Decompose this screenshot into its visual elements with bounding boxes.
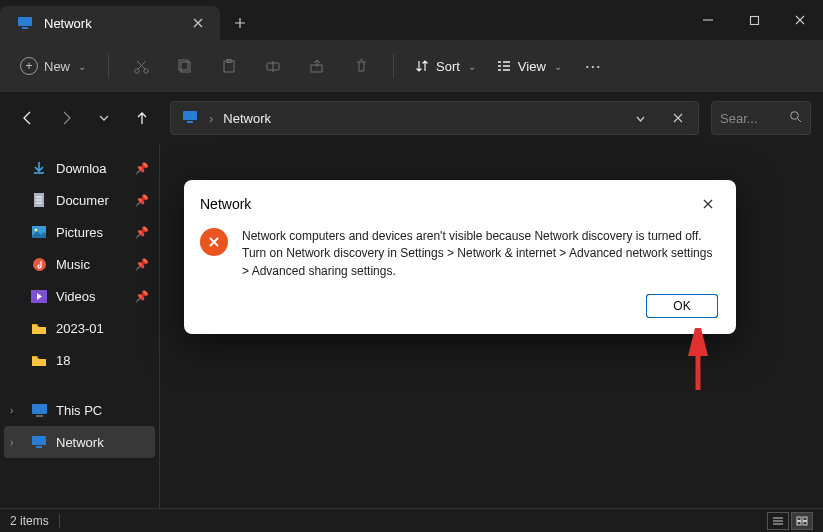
pin-icon: 📌 [135, 258, 149, 271]
toolbar: + New ⌄ Sort ⌄ View ⌄ ··· [0, 40, 823, 92]
paste-button[interactable] [209, 48, 249, 84]
sort-icon [414, 58, 430, 74]
maximize-button[interactable] [731, 0, 777, 40]
svg-rect-2 [750, 16, 758, 24]
pictures-icon [30, 225, 48, 239]
chevron-right-icon: › [209, 111, 213, 126]
large-icons-view-button[interactable] [791, 512, 813, 530]
details-view-button[interactable] [767, 512, 789, 530]
network-icon [181, 108, 199, 129]
dialog-footer: OK [184, 294, 736, 318]
status-text: 2 items [10, 514, 49, 528]
ok-button[interactable]: OK [646, 294, 718, 318]
sidebar-item-label: Downloa [56, 161, 107, 176]
back-button[interactable] [12, 102, 44, 134]
svg-point-4 [143, 68, 147, 72]
tab-title: Network [44, 16, 180, 31]
main-area: Downloa 📌 Documer 📌 Pictures 📌 Music 📌 V… [0, 144, 823, 508]
sidebar-item-pictures[interactable]: Pictures 📌 [4, 216, 155, 248]
chevron-down-icon: ⌄ [554, 61, 562, 72]
up-button[interactable] [126, 102, 158, 134]
separator [108, 54, 109, 78]
folder-icon [30, 354, 48, 367]
chevron-right-icon[interactable]: › [10, 437, 22, 448]
chevron-down-icon: ⌄ [468, 61, 476, 72]
search-input[interactable]: Sear... [711, 101, 811, 135]
svg-rect-19 [32, 404, 47, 414]
svg-rect-20 [36, 415, 43, 417]
sidebar: Downloa 📌 Documer 📌 Pictures 📌 Music 📌 V… [0, 144, 160, 508]
view-icon [496, 58, 512, 74]
refresh-button[interactable] [664, 104, 692, 132]
svg-rect-27 [803, 521, 807, 525]
share-button[interactable] [297, 48, 337, 84]
dialog-body: Network computers and devices aren't vis… [184, 224, 736, 294]
titlebar: Network [0, 0, 823, 40]
titlebar-spacer [260, 0, 685, 40]
svg-rect-0 [18, 17, 32, 26]
svg-rect-1 [22, 27, 28, 29]
separator [59, 514, 60, 528]
sort-button[interactable]: Sort ⌄ [406, 52, 484, 80]
sidebar-item-documents[interactable]: Documer 📌 [4, 184, 155, 216]
close-button[interactable] [777, 0, 823, 40]
rename-button[interactable] [253, 48, 293, 84]
sidebar-item-label: 2023-01 [56, 321, 104, 336]
plus-circle-icon: + [20, 57, 38, 75]
more-button[interactable]: ··· [574, 59, 614, 74]
svg-rect-21 [32, 436, 46, 445]
delete-button[interactable] [341, 48, 381, 84]
sidebar-item-videos[interactable]: Videos 📌 [4, 280, 155, 312]
download-icon [30, 160, 48, 176]
annotation-arrow-icon [678, 328, 718, 398]
sidebar-item-folder-2023-01[interactable]: 2023-01 [4, 312, 155, 344]
pin-icon: 📌 [135, 162, 149, 175]
sidebar-item-music[interactable]: Music 📌 [4, 248, 155, 280]
sidebar-item-folder-18[interactable]: 18 [4, 344, 155, 376]
svg-rect-26 [797, 521, 801, 525]
tab-close-button[interactable] [190, 15, 206, 31]
dialog-close-button[interactable] [696, 192, 720, 216]
dialog-header: Network [184, 180, 736, 224]
status-bar: 2 items [0, 508, 823, 532]
view-button[interactable]: View ⌄ [488, 52, 570, 80]
recent-locations-button[interactable] [88, 102, 120, 134]
forward-button[interactable] [50, 102, 82, 134]
navigation-row: › Network Sear... [0, 92, 823, 144]
svg-rect-25 [803, 517, 807, 521]
sidebar-item-label: Music [56, 257, 90, 272]
sidebar-item-label: Network [56, 435, 104, 450]
sidebar-item-label: This PC [56, 403, 102, 418]
sidebar-item-label: Documer [56, 193, 109, 208]
address-dropdown-button[interactable] [626, 104, 654, 132]
pin-icon: 📌 [135, 290, 149, 303]
network-icon [30, 434, 48, 450]
sidebar-item-downloads[interactable]: Downloa 📌 [4, 152, 155, 184]
folder-icon [30, 322, 48, 335]
new-button[interactable]: + New ⌄ [10, 51, 96, 81]
pin-icon: 📌 [135, 226, 149, 239]
dialog-message: Network computers and devices aren't vis… [242, 228, 714, 280]
chevron-right-icon[interactable]: › [10, 405, 22, 416]
new-label: New [44, 59, 70, 74]
copy-button[interactable] [165, 48, 205, 84]
separator [393, 54, 394, 78]
svg-rect-11 [183, 111, 197, 120]
error-icon [200, 228, 228, 256]
sidebar-item-this-pc[interactable]: › This PC [4, 394, 155, 426]
breadcrumb-network[interactable]: Network [223, 111, 271, 126]
new-tab-button[interactable] [220, 6, 260, 40]
svg-point-13 [791, 112, 799, 120]
dialog-network-discovery: Network Network computers and devices ar… [184, 180, 736, 334]
dialog-title: Network [200, 196, 251, 212]
tab-network[interactable]: Network [0, 6, 220, 40]
address-bar[interactable]: › Network [170, 101, 699, 135]
svg-rect-24 [797, 517, 801, 521]
minimize-button[interactable] [685, 0, 731, 40]
sidebar-item-network[interactable]: › Network [4, 426, 155, 458]
view-label: View [518, 59, 546, 74]
cut-button[interactable] [121, 48, 161, 84]
music-icon [30, 257, 48, 272]
network-icon [16, 14, 34, 32]
content-pane: Network Network computers and devices ar… [160, 144, 823, 508]
